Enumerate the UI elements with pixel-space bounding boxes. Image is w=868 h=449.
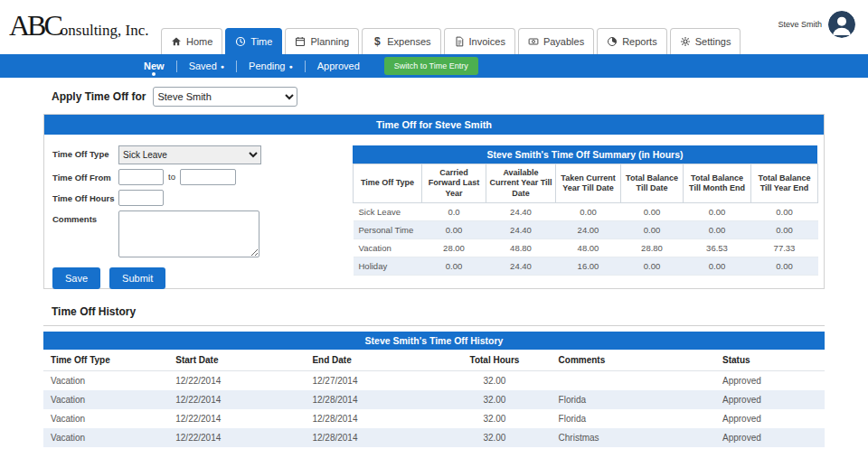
gear-icon	[680, 36, 691, 47]
history-cell: Approved	[715, 428, 825, 447]
user-menu[interactable]: Steve Smith	[778, 11, 855, 38]
tab-time[interactable]: Time	[225, 28, 282, 54]
tab-label: Home	[186, 36, 212, 47]
tab-planning[interactable]: Planning	[285, 28, 359, 54]
apply-row: Apply Time Off for Steve Smith	[52, 87, 868, 107]
history-cell: 32.00	[438, 390, 551, 409]
time-off-from-label: Time Off From	[52, 169, 118, 182]
history-cell: 32.00	[438, 428, 551, 447]
form-row-hours: Time Off Hours	[52, 190, 333, 206]
time-off-from-input[interactable]	[118, 169, 164, 185]
time-off-panel: Time Off for Steve Smith Time Off Type S…	[43, 114, 825, 289]
summary-cell: 28.80	[621, 239, 684, 257]
history-cell: Vacation	[43, 409, 168, 428]
summary-cell: 0.00	[684, 220, 751, 239]
form-row-type: Time Off Type Sick Leave	[52, 145, 333, 164]
tab-invoices[interactable]: Invoices	[444, 28, 515, 54]
summary-column-header: Total Balance Till Date	[621, 164, 684, 203]
summary-cell: 24.40	[486, 220, 556, 239]
tab-home[interactable]: Home	[161, 28, 222, 54]
history-column-header: Comments	[552, 350, 715, 371]
subnav-items: NewSaved●Pending●Approved	[132, 54, 372, 78]
time-off-to-input[interactable]	[180, 169, 236, 185]
submit-button[interactable]: Submit	[109, 267, 165, 289]
summary-cell: 48.00	[556, 239, 621, 257]
history-cell: Approved	[715, 371, 825, 391]
summary-row: Sick Leave0.024.400.000.000.000.00	[354, 202, 818, 220]
tab-reports[interactable]: Reports	[597, 28, 667, 54]
logo-initials: ABC	[9, 9, 61, 42]
panel-title: Time Off for Steve Smith	[44, 115, 824, 135]
history-column-header: Time Off Type	[43, 350, 168, 371]
tab-payables[interactable]: Payables	[518, 28, 594, 54]
payables-icon	[528, 36, 539, 47]
subnav-label: Approved	[317, 61, 360, 71]
summary-row: Vacation28.0048.8048.0028.8036.5377.33	[354, 239, 818, 257]
history-column-header: Start Date	[168, 350, 305, 371]
history-cell: Vacation	[43, 390, 168, 409]
history-cell: 32.00	[438, 371, 551, 391]
subnav-item-new[interactable]: New	[132, 54, 176, 78]
history-row: Vacation12/22/201412/28/201432.00Florida…	[43, 390, 825, 409]
summary-header-row: Time Off TypeCarried Forward Last YearAv…	[354, 164, 818, 203]
history-row: Vacation12/22/201412/27/201432.00Approve…	[43, 371, 825, 391]
summary-cell: 0.00	[751, 257, 818, 275]
reports-icon	[607, 36, 618, 47]
summary-cell: 36.53	[684, 239, 751, 257]
tab-settings[interactable]: Settings	[670, 28, 741, 54]
summary-cell: 0.00	[621, 202, 684, 220]
time-off-hours-input[interactable]	[118, 190, 164, 206]
subnav-bar: NewSaved●Pending●Approved Switch to Time…	[0, 54, 868, 78]
subnav-item-pending[interactable]: Pending●	[237, 54, 305, 78]
history-cell: Vacation	[43, 428, 168, 447]
summary-row: Holiday0.0024.4016.000.000.000.00	[354, 257, 818, 275]
history-divider	[43, 325, 825, 326]
tab-label: Settings	[695, 36, 731, 47]
summary-section: Steve Smith's Time Off Summary (in Hours…	[353, 145, 817, 276]
summary-cell: 0.00	[422, 220, 486, 239]
history-cell: 12/22/2014	[168, 409, 305, 428]
summary-column-header: Total Balance Till Year End	[751, 164, 818, 203]
logo-name: onsulting, Inc.	[61, 22, 149, 39]
summary-cell: 16.00	[556, 257, 621, 275]
tab-expenses[interactable]: $Expenses	[362, 28, 440, 54]
avatar[interactable]	[828, 11, 855, 38]
apply-user-select[interactable]: Steve Smith	[153, 87, 297, 107]
summary-title: Steve Smith's Time Off Summary (in Hours…	[353, 145, 817, 164]
apply-time-off-label: Apply Time Off for	[52, 90, 146, 103]
history-cell: 12/28/2014	[305, 428, 438, 447]
to-label: to	[168, 172, 175, 182]
summary-cell: 0.0	[422, 202, 486, 220]
summary-cell: 0.00	[751, 220, 818, 239]
summary-cell: 0.00	[751, 202, 818, 220]
history-cell: Approved	[715, 409, 825, 428]
comments-textarea[interactable]	[118, 210, 259, 257]
clock-icon	[235, 36, 246, 47]
summary-cell: 0.00	[684, 202, 751, 220]
history-row: Vacation12/22/201412/28/201432.00Christm…	[43, 428, 825, 447]
subnav-item-approved[interactable]: Approved	[306, 54, 372, 78]
history-column-header: End Date	[305, 350, 438, 371]
dollar-icon: $	[372, 36, 382, 47]
summary-cell: 0.00	[621, 220, 684, 239]
subnav-item-saved[interactable]: Saved●	[177, 54, 236, 78]
panel-body: Time Off Type Sick Leave Time Off From t…	[44, 135, 824, 288]
history-table: Time Off TypeStart DateEnd DateTotal Hou…	[43, 350, 825, 449]
save-button[interactable]: Save	[52, 267, 100, 289]
nav-tabs: HomeTimePlanning$ExpensesInvoicesPayable…	[161, 28, 743, 54]
history-cell: 12/28/2014	[305, 390, 438, 409]
invoice-icon	[454, 36, 465, 47]
summary-cell: 0.00	[684, 257, 751, 275]
history-cell: Approved	[715, 390, 825, 409]
summary-cell: 24.40	[486, 257, 556, 275]
time-off-type-label: Time Off Type	[52, 145, 118, 159]
summary-body: Sick Leave0.024.400.000.000.000.00Person…	[354, 202, 818, 275]
time-off-type-select[interactable]: Sick Leave	[118, 145, 261, 164]
switch-to-time-entry-button[interactable]: Switch to Time Entry	[384, 57, 478, 75]
form-buttons: Save Submit	[52, 267, 333, 289]
history-cell: Christmas	[552, 428, 715, 447]
user-avatar-icon	[828, 11, 855, 38]
summary-row: Personal Time0.0024.4024.000.000.000.00	[354, 220, 818, 239]
tab-label: Payables	[543, 36, 584, 47]
calendar-icon	[295, 36, 306, 47]
